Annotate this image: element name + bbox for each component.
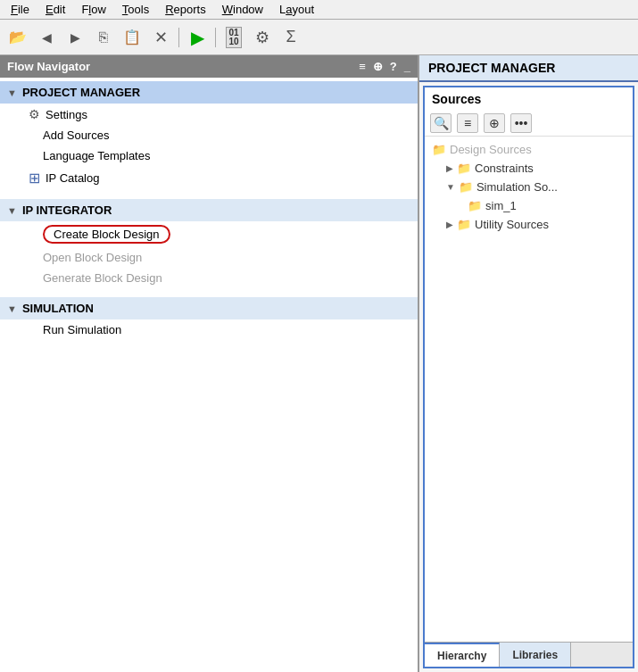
menu-tools[interactable]: Tools [115,1,156,18]
nav-language-templates-label: Language Templates [43,149,150,162]
settings-button[interactable]: ⚙ [250,25,275,50]
flow-nav-title: Flow Navigator [7,60,90,73]
spacer-2 [0,288,418,297]
nav-open-block-design-label: Open Block Design [43,251,142,264]
nav-ip-catalog-label: IP Catalog [46,171,99,185]
sources-filter-btn[interactable]: ≡ [457,113,478,133]
tree-design-sources-label: Design Sources [450,143,532,156]
tab-libraries-label: Libraries [512,649,558,661]
menu-window[interactable]: Window [215,1,270,18]
nav-generate-block-design: Generate Block Design [0,268,418,288]
section-ip-integrator-label: IP INTEGRATOR [22,203,112,217]
menu-reports[interactable]: Reports [158,1,213,18]
section-simulation-label: SIMULATION [22,302,94,315]
run-button[interactable]: ▶ [185,25,210,50]
delete-button[interactable]: ✕ [148,25,173,50]
flow-nav-icon-minimize[interactable]: _ [404,60,410,73]
flow-nav-icon-menu[interactable]: ≡ [359,60,366,73]
spacer-1 [0,190,418,199]
toolbar-separator-2 [215,28,216,47]
forward-button[interactable]: ▶ [62,25,87,50]
tab-hierarchy[interactable]: Hierarchy [425,643,500,667]
folder-icon-simulation: 📁 [459,180,473,194]
paste-button[interactable]: 📋 [120,25,145,50]
open-folder-button[interactable]: 📂 [5,25,30,50]
caret-utility-sources: ▶ [446,220,453,229]
nav-run-simulation-label: Run Simulation [43,323,121,336]
sources-search-btn[interactable]: 🔍 [430,113,452,133]
sources-more-btn[interactable]: ••• [510,113,532,133]
tree-simulation-sources[interactable]: ▼ 📁 Simulation So... [425,178,633,196]
sources-title: Sources [425,87,633,111]
menu-layout[interactable]: Layout [272,1,321,18]
tree-sim1[interactable]: 📁 sim_1 [425,196,633,215]
nav-add-sources[interactable]: Add Sources [0,125,418,145]
flow-nav-header: Flow Navigator ≡ ⊕ ? _ [0,55,418,78]
caret-simulation: ▼ [7,303,17,314]
folder-icon-design: 📁 [432,143,446,156]
flow-nav-content: ▼ PROJECT MANAGER ⚙ Settings Add Sources… [0,78,418,672]
nav-add-sources-label: Add Sources [43,129,109,142]
bottom-tabs: Hierarchy Libraries [425,642,633,667]
flow-nav-header-icons: ≡ ⊕ ? _ [359,60,410,73]
nav-create-block-design[interactable]: Create Block Design [0,221,418,247]
section-simulation[interactable]: ▼ SIMULATION [0,297,418,319]
tree-sim1-label: sim_1 [485,199,517,212]
nav-run-simulation[interactable]: Run Simulation [0,319,418,340]
copy-button[interactable]: ⎘ [91,25,116,50]
tree-utility-sources[interactable]: ▶ 📁 Utility Sources [425,215,633,234]
tree-constraints-label: Constraints [475,162,534,175]
tree-design-sources[interactable]: 📁 Design Sources [425,140,633,159]
flow-navigator: Flow Navigator ≡ ⊕ ? _ ▼ PROJECT MANAGER… [0,55,419,672]
sources-toolbar: 🔍 ≡ ⊕ ••• [425,111,633,137]
caret-ip-integrator: ▼ [7,205,17,216]
nav-open-block-design: Open Block Design [0,247,418,268]
tree-simulation-sources-label: Simulation So... [476,180,558,194]
sources-add-btn[interactable]: ⊕ [484,113,505,133]
ip-catalog-icon: ⊞ [29,170,40,187]
folder-icon-sim1: 📁 [468,199,482,212]
right-panel-header: PROJECT MANAGER [419,55,638,82]
tab-libraries[interactable]: Libraries [500,643,571,667]
section-project-manager[interactable]: ▼ PROJECT MANAGER [0,81,418,104]
nav-language-templates[interactable]: Language Templates [0,145,418,166]
settings-icon: ⚙ [29,107,40,121]
tab-hierarchy-label: Hierarchy [437,650,486,662]
sources-tree: 📁 Design Sources ▶ 📁 Constraints ▼ 📁 Sim… [425,137,633,642]
nav-settings[interactable]: ⚙ Settings [0,104,418,125]
back-button[interactable]: ◀ [34,25,59,50]
section-ip-integrator[interactable]: ▼ IP INTEGRATOR [0,199,418,221]
caret-simulation-sources: ▼ [446,182,455,192]
num-icon-button[interactable]: 0110 [221,25,246,50]
flow-nav-icon-pin[interactable]: ⊕ [373,60,383,73]
caret-constraints: ▶ [446,163,453,173]
nav-create-block-design-label: Create Block Design [43,225,170,244]
tree-constraints[interactable]: ▶ 📁 Constraints [425,159,633,178]
nav-ip-catalog[interactable]: ⊞ IP Catalog [0,166,418,190]
toolbar: 📂 ◀ ▶ ⎘ 📋 ✕ ▶ 0110 ⚙ Σ [0,20,638,55]
section-project-manager-label: PROJECT MANAGER [22,86,140,99]
menu-flow[interactable]: Flow [74,1,112,18]
nav-settings-label: Settings [46,108,87,121]
folder-icon-utility: 📁 [457,218,471,231]
flow-nav-icon-help[interactable]: ? [390,60,397,73]
right-panel-title: PROJECT MANAGER [428,61,555,75]
nav-generate-block-design-label: Generate Block Design [43,271,162,285]
menu-file[interactable]: File [4,1,37,18]
folder-icon-constraints: 📁 [457,162,471,175]
sigma-button[interactable]: Σ [278,25,303,50]
sources-panel: Sources 🔍 ≡ ⊕ ••• 📁 Design Sources ▶ 📁 C… [423,86,634,668]
caret-project-manager: ▼ [7,87,17,98]
main-layout: Flow Navigator ≡ ⊕ ? _ ▼ PROJECT MANAGER… [0,55,638,672]
toolbar-separator-1 [178,28,179,47]
right-panel: PROJECT MANAGER Sources 🔍 ≡ ⊕ ••• 📁 Desi… [419,55,638,672]
tree-utility-sources-label: Utility Sources [475,218,549,231]
menu-edit[interactable]: Edit [38,1,72,18]
menu-bar: File Edit Flow Tools Reports Window Layo… [0,0,638,20]
